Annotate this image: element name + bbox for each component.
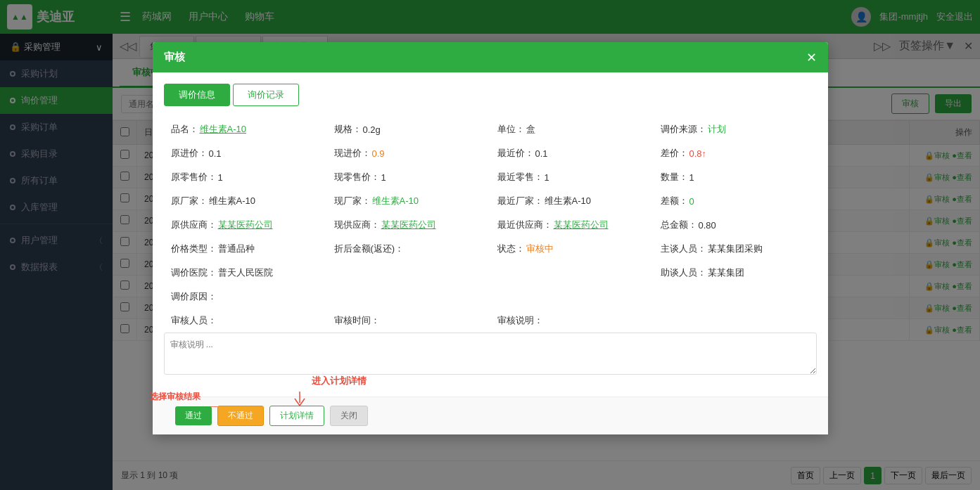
modal-header: 审核 ✕ [153, 42, 828, 72]
label: 最近供应商： [497, 219, 552, 231]
value[interactable]: 某某医药公司 [218, 219, 273, 231]
label: 状态： [497, 243, 525, 255]
label: 折后金额(返还)： [334, 243, 405, 255]
pass-button[interactable]: 通过 [175, 406, 212, 425]
value: 0.1 [209, 148, 222, 159]
plan-detail-wrapper: 进入计划详情 计划详情 [269, 406, 324, 426]
value: 维生素A-10 [372, 195, 419, 207]
audit-modal: 审核 ✕ 调价信息 询价记录 品名： 维生素A-10 规格： 0.2g [153, 42, 828, 434]
modal-tab-inquiry-record[interactable]: 询价记录 [233, 84, 299, 106]
value: 0.80 [699, 220, 716, 231]
value: 维生素A-10 [545, 195, 591, 207]
field-current-price: 现进价： 0.9 [327, 141, 490, 165]
field-empty2 [490, 261, 654, 285]
value: 1 [545, 172, 549, 183]
value: 0.8↑ [689, 148, 707, 159]
field-audit-time: 审核时间： [327, 309, 490, 333]
field-orig-price: 原进价： 0.1 [164, 141, 327, 165]
modal-overlay[interactable]: 审核 ✕ 调价信息 询价记录 品名： 维生素A-10 规格： 0.2g [0, 0, 980, 490]
label: 规格： [334, 123, 362, 136]
field-assistant: 助谈人员： 某某集团 [654, 261, 817, 285]
field-recent-supplier: 最近供应商： 某某医药公司 [490, 213, 654, 237]
field-product-name: 品名： 维生素A-10 [164, 117, 327, 141]
modal-footer-row: 选择审核结果 通过 不通过 进入计划详情 [164, 406, 817, 426]
info-grid: 品名： 维生素A-10 规格： 0.2g 单位： 盒 调价来源： 计划 原进价： [164, 117, 817, 333]
label: 助谈人员： [661, 266, 706, 279]
field-recent-price: 最近价： 0.1 [490, 141, 654, 165]
field-mfr-diff: 差额： 0 [654, 189, 817, 213]
value: 1 [218, 172, 223, 183]
label: 现进价： [334, 147, 371, 160]
field-discount: 折后金额(返还)： [327, 237, 490, 261]
modal-footer: 选择审核结果 通过 不通过 进入计划详情 [153, 396, 828, 434]
value: 某某集团采购 [708, 243, 763, 255]
modal-body: 调价信息 询价记录 品名： 维生素A-10 规格： 0.2g 单位： 盒 [153, 72, 828, 396]
label: 现供应商： [334, 219, 380, 231]
field-unit: 单位： 盒 [490, 117, 654, 141]
label: 总金额： [661, 219, 697, 231]
label: 品名： [171, 123, 198, 136]
label: 现零售价： [334, 171, 380, 183]
label: 数量： [661, 171, 688, 183]
field-price-source: 调价来源： 计划 [654, 117, 817, 141]
label: 差额： [661, 195, 688, 207]
field-main-person: 主谈人员： 某某集团采购 [654, 237, 817, 261]
label: 现厂家： [334, 195, 371, 207]
field-hospital: 调价医院： 普天人民医院 [164, 261, 327, 285]
label: 原厂家： [171, 195, 208, 207]
field-reason: 调价原因： [164, 285, 327, 309]
label: 单位： [497, 123, 525, 136]
field-current-mfr: 现厂家： 维生素A-10 [327, 189, 490, 213]
field-diff: 差价： 0.8↑ [654, 141, 817, 165]
label: 最近零售： [497, 171, 543, 183]
value[interactable]: 维生素A-10 [200, 123, 246, 136]
callout-right-arrow [289, 392, 310, 409]
close-button[interactable]: 关闭 [330, 406, 368, 426]
label: 审核人员： [171, 314, 217, 327]
fail-button[interactable]: 不通过 [217, 406, 264, 426]
value: 0.1 [535, 148, 548, 159]
label: 调价原因： [171, 290, 217, 303]
modal-tabs: 调价信息 询价记录 [164, 84, 817, 106]
value: 维生素A-10 [209, 195, 255, 207]
field-recent-retail: 最近零售： 1 [490, 165, 654, 189]
value: 盒 [526, 123, 535, 136]
field-empty4 [490, 285, 654, 309]
field-empty [327, 261, 490, 285]
field-status: 状态： 审核中 [490, 237, 654, 261]
modal-tab-price-info[interactable]: 调价信息 [164, 84, 230, 106]
field-price-type: 价格类型： 普通品种 [164, 237, 327, 261]
value: 计划 [708, 123, 726, 136]
value: 0 [689, 196, 694, 207]
field-spec: 规格： 0.2g [327, 117, 490, 141]
label: 差价： [661, 147, 688, 160]
value[interactable]: 某某医药公司 [554, 219, 609, 231]
label: 最近厂家： [497, 195, 543, 207]
value: 1 [381, 172, 386, 183]
label: 原进价： [171, 147, 208, 160]
field-empty5 [654, 285, 817, 309]
value: 0.2g [363, 124, 381, 135]
modal-actions: 通过 不通过 进入计划详情 计划详情 关闭 [175, 406, 368, 426]
field-current-supplier: 现供应商： 某某医药公司 [327, 213, 490, 237]
label: 价格类型： [171, 243, 217, 255]
field-orig-mfr: 原厂家： 维生素A-10 [164, 189, 327, 213]
field-orig-supplier: 原供应商： 某某医药公司 [164, 213, 327, 237]
label: 主谈人员： [661, 243, 706, 255]
field-audit-note-label: 审核说明： [490, 309, 654, 333]
callout-right-text: 进入计划详情 [312, 375, 367, 387]
field-current-retail: 现零售价： 1 [327, 165, 490, 189]
modal-close-button[interactable]: ✕ [806, 51, 817, 64]
value: 普天人民医院 [218, 266, 273, 279]
label: 原零售价： [171, 171, 217, 183]
callout-left-text: 选择审核结果 [150, 391, 201, 403]
field-empty3 [327, 285, 490, 309]
value: 0.9 [372, 148, 385, 159]
field-recent-mfr: 最近厂家： 维生素A-10 [490, 189, 654, 213]
label: 最近价： [497, 147, 534, 160]
audit-note-textarea[interactable] [164, 333, 817, 375]
value[interactable]: 某某医药公司 [381, 219, 436, 231]
value: 某某集团 [708, 266, 744, 279]
field-empty6 [654, 309, 817, 333]
arrow-down-svg [289, 392, 310, 407]
